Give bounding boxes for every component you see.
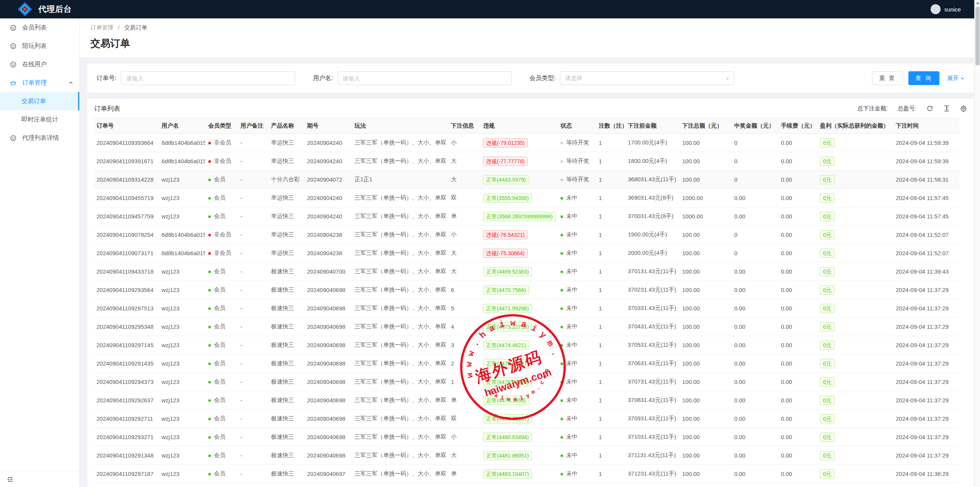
column-header: 下注前金额 [625,118,679,134]
breadcrumb-parent[interactable]: 订单管理 [90,24,113,31]
profit-badge: 0元 [820,230,835,239]
table-row[interactable]: 202409041109292711wzj123会员-极速快三202409040… [93,410,959,428]
fee: 0.00 [778,410,817,428]
member-type: 会员 [205,354,237,373]
member-type-select[interactable]: 请选择 ∨ [560,71,734,85]
product-name: 极速快三 [268,410,304,428]
order-no: 202409041109391671 [93,152,158,171]
gear-icon[interactable] [960,105,967,112]
bet-total: 100.00 [679,226,731,244]
bet-count: 1 [596,299,625,318]
period-no: 202409040700 [304,262,351,281]
fee: 0.00 [778,189,817,207]
red-dot-icon [208,234,211,236]
table-row[interactable]: 202409041109291348wzj123会员-极速快三202409040… [93,446,959,465]
period-no: 202409040698 [304,373,351,391]
member-type: 非会员 [205,226,237,244]
username [158,483,205,487]
order-no-input[interactable] [126,75,290,82]
period-no: 20240904238 [304,244,351,262]
table-row[interactable]: 202409041109293271wzj123会员-极速快三202409040… [93,428,959,446]
gray-dot-icon [560,142,563,144]
violation-badge: 正常(4443.5979) [480,171,557,189]
product-name: 十分六合彩 [268,171,304,189]
violation-badge: 违规(-76.54321) [483,230,528,239]
sidebar-item-realtime-bet-stats[interactable]: 即时注单统计 [0,110,79,129]
table-row[interactable]: 202409041109297187wzj123会员-极速快三202409040… [93,465,959,483]
query-button[interactable]: 查 询 [908,71,939,85]
sidebar-item-agent-list-detail[interactable]: 代理列表详情 [0,129,79,147]
fee: 0.00 [778,354,817,373]
sidebar-item-trade-orders[interactable]: 交易订单 [0,92,79,110]
table-row[interactable]: 202409041109433718wzj123会员-极速快三202409040… [93,262,959,281]
user-remark: - [237,244,268,262]
period-no: 20240904240 [304,152,351,171]
bet-info: 大 [448,446,480,465]
username: wzj123 [158,171,205,189]
column-height-icon[interactable] [943,105,950,112]
table-row[interactable]: 202409041109294373wzj123会员-极速快三202409040… [93,373,959,391]
green-dot-icon [560,326,563,328]
scroll-up-arrow[interactable] [976,2,980,4]
table-row[interactable]: 202409041109297145wzj123会员-极速快三202409040… [93,336,959,354]
bet-time: 2024-09-04 11:37:29 [893,318,959,336]
table-row[interactable]: 2024090411093916716d8b1404b6a0150非会员-幸运快… [93,152,959,171]
username-input[interactable] [343,75,507,82]
green-dot-icon [208,473,211,476]
table-row[interactable]: 202409041109457759wzj123会员-幸运快三202409042… [93,207,959,226]
member-type: 非会员 [205,134,237,152]
page-scrollbar[interactable] [974,0,980,487]
violation-badge: 正常(4480.63494) [483,433,532,442]
play-type: 三军三军（单挑一码）、大小、单双 [351,207,448,226]
profit-badge: 0元 [817,336,893,354]
table-row[interactable]: 202409041109292637wzj123会员-极速快三202409040… [93,391,959,410]
period-no: 202409040698 [304,336,351,354]
sidebar-item-label: 交易订单 [21,97,46,105]
order-no: 202409041109297513 [93,299,158,318]
green-dot-icon [208,362,211,365]
status: 未中 [557,354,596,373]
fee: 0.00 [778,318,817,336]
bet-info: 双 [448,189,480,207]
table-row[interactable]: 202409041109295348wzj123会员-极速快三202409040… [93,318,959,336]
sidebar-item-online-users[interactable]: 在线用户 [0,55,79,74]
profit-badge: 0元 [817,262,893,281]
user-menu[interactable]: sunice [931,4,969,14]
profit-badge: 0元 [820,157,835,166]
reset-button[interactable]: 重 置 [872,71,903,85]
profit-badge: 0元 [817,391,893,410]
green-dot-icon [208,418,211,420]
refresh-icon[interactable] [926,105,933,112]
before-amount: 370931.43元(11手) [625,410,679,428]
before-amount: 370831.43元(11手) [625,391,679,410]
bet-total: 100.00 [679,152,731,171]
bet-total: 100.00 [679,262,731,281]
green-dot-icon [560,215,563,218]
table-row[interactable]: 202409041109291435wzj123会员-极速快三202409040… [93,354,959,373]
table-row[interactable]: 2024090411090782546d8b1404b6a0150非会员-幸运快… [93,226,959,244]
scrollbar-thumb[interactable] [975,7,980,65]
green-dot-icon [560,473,563,476]
member-type: 会员 [205,171,237,189]
red-dot-icon [208,160,211,163]
table-row[interactable]: 202409041109293564wzj123会员-极速快三202409040… [93,281,959,299]
product-name: 幸运快三 [268,152,304,171]
green-dot-icon [208,454,211,457]
table-row[interactable]: 2024090411093936646d8b1404b6a0150非会员-幸运快… [93,134,959,152]
table-row[interactable]: 202409041109297513wzj123会员-极速快三202409040… [93,299,959,318]
violation-badge: 正常(3555.94358) [480,189,557,207]
table-row[interactable]: 2024090411090731716d8b1404b6a0150非会员-幸运快… [93,244,959,262]
bet-count: 1 [596,152,625,171]
expand-link[interactable]: 展开 [947,75,965,82]
table-row[interactable]: 202409041109314228wzj123会员-十分六合彩20240904… [93,171,959,189]
table-row[interactable] [93,483,959,487]
profit-badge: 0元 [820,175,835,184]
avatar[interactable] [931,4,941,14]
table-row[interactable]: 202409041109455719wzj123会员-幸运快三202409042… [93,189,959,207]
column-header: 用户名 [158,118,205,134]
sidebar-item-member-list[interactable]: 会员列表 [0,18,79,37]
sidebar-item-escort-list[interactable]: 陪玩列表 [0,37,79,55]
menu-fold-icon[interactable] [7,476,14,483]
play-type: 三军三军（单挑一码）、大小、单双 [351,152,448,171]
sidebar-item-order-management[interactable]: 订单管理 [0,74,79,92]
